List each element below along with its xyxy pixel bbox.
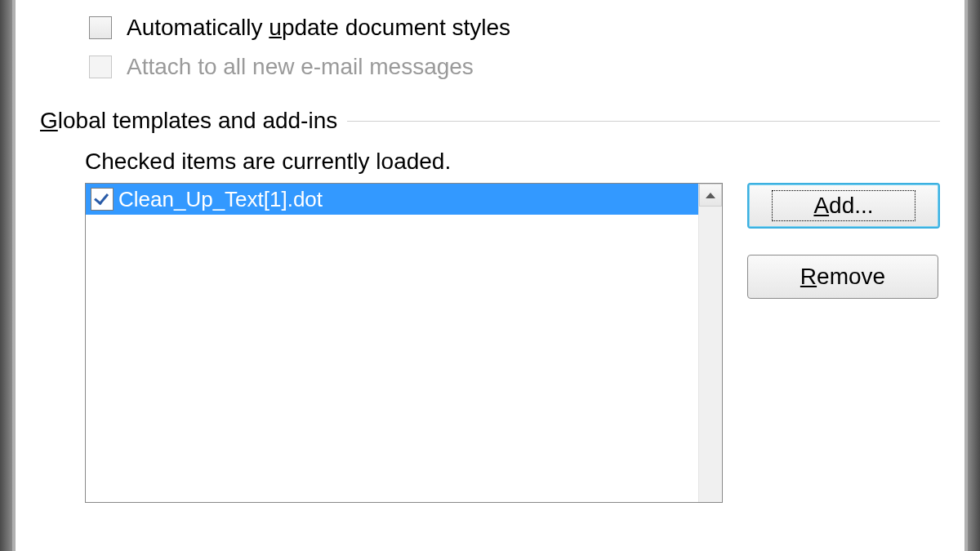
templates-listbox[interactable]: Clean_Up_Text[1].dot <box>85 183 723 503</box>
attach-email-label: Attach to all new e-mail messages <box>127 54 474 80</box>
auto-update-styles-label: Automatically update document styles <box>127 15 510 41</box>
list-item[interactable]: Clean_Up_Text[1].dot <box>86 184 699 215</box>
dialog-body: Automatically update document styles Att… <box>12 0 968 551</box>
global-templates-section-header: Global templates and add-ins <box>40 108 940 134</box>
auto-update-styles-checkbox[interactable] <box>89 16 112 39</box>
scroll-up-button[interactable] <box>699 184 722 207</box>
loaded-items-help-text: Checked items are currently loaded. <box>85 149 940 175</box>
list-item-label: Clean_Up_Text[1].dot <box>118 187 699 212</box>
dialog-frame: Automatically update document styles Att… <box>0 0 980 551</box>
listbox-scrollbar[interactable] <box>698 184 722 502</box>
remove-button[interactable]: Remove <box>747 255 938 299</box>
attach-email-checkbox <box>89 56 112 78</box>
add-button[interactable]: Add... <box>747 183 940 229</box>
frame-shadow-right <box>968 0 980 551</box>
auto-update-styles-checkbox-row[interactable]: Automatically update document styles <box>89 11 940 44</box>
attach-email-checkbox-row: Attach to all new e-mail messages <box>89 51 940 83</box>
list-item-checkbox[interactable] <box>91 188 114 211</box>
frame-shadow-left <box>0 0 12 551</box>
section-divider <box>347 121 940 122</box>
